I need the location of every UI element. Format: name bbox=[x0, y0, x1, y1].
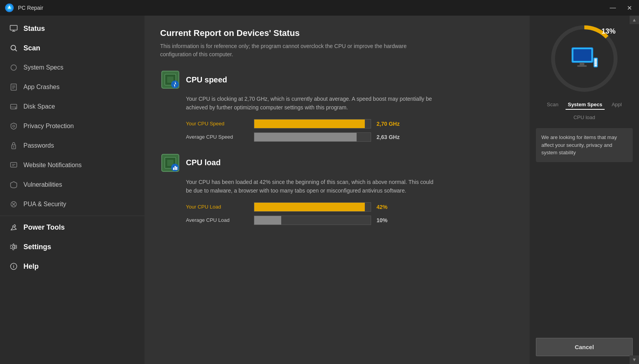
svg-rect-44 bbox=[580, 62, 584, 66]
cpu-speed-bar2-value: 2,63 GHz bbox=[377, 134, 404, 140]
panel-section-label: CPU load bbox=[536, 114, 633, 120]
svg-point-18 bbox=[13, 146, 14, 148]
cpu-load-bar1-row: Your CPU Load 42% bbox=[186, 202, 514, 212]
sidebar-label-power-tools: Power Tools bbox=[23, 223, 65, 232]
cpu-speed-description: Your CPU is clocking at 2,70 GHz, which … bbox=[160, 95, 434, 112]
cpu-load-header: CPU load bbox=[160, 153, 514, 173]
minimize-button[interactable]: — bbox=[607, 4, 618, 12]
cpu-speed-bars: Your CPU Speed 2,70 GHz Average CPU Spee… bbox=[160, 119, 514, 142]
sidebar-label-help: Help bbox=[23, 262, 39, 271]
power-tools-icon bbox=[9, 223, 18, 232]
page-subtitle: This information is for reference only; … bbox=[160, 42, 434, 59]
sidebar-label-notifications: Website Notifications bbox=[23, 162, 82, 169]
vulnerabilities-icon bbox=[9, 180, 18, 189]
sidebar-divider-1 bbox=[0, 216, 145, 216]
help-icon: i bbox=[9, 262, 18, 271]
cpu-load-bars: Your CPU Load 42% Average CPU Load 10% bbox=[160, 202, 514, 225]
scan-icon bbox=[9, 44, 18, 52]
cpu-load-bar2-label: Average CPU Load bbox=[186, 217, 248, 223]
cpu-load-bar1-label: Your CPU Load bbox=[186, 204, 248, 210]
cpu-speed-section: CPU speed Your CPU is clocking at 2,70 G… bbox=[160, 70, 514, 142]
window-controls: — ✕ bbox=[607, 4, 634, 12]
settings-icon bbox=[9, 243, 18, 251]
svg-rect-43 bbox=[573, 49, 591, 61]
sidebar-item-privacy-protection[interactable]: Privacy Protection bbox=[0, 116, 145, 136]
cpu-speed-title: CPU speed bbox=[186, 75, 227, 84]
sidebar-item-scan[interactable]: Scan bbox=[0, 38, 145, 58]
app-title: PC Repair bbox=[18, 5, 607, 11]
sidebar-label-scan: Scan bbox=[23, 44, 40, 52]
svg-point-8 bbox=[11, 65, 16, 70]
cpu-load-bar2-fill bbox=[254, 216, 281, 225]
monitor-icon bbox=[9, 24, 18, 33]
sidebar-item-website-notifications[interactable]: Website Notifications bbox=[0, 155, 145, 175]
sidebar: Status Scan System Specs App Crashes bbox=[0, 16, 145, 364]
app-logo bbox=[5, 3, 14, 12]
disk-space-icon bbox=[9, 102, 18, 111]
info-box: We are looking for items that may affect… bbox=[536, 128, 633, 162]
sidebar-label-privacy: Privacy Protection bbox=[23, 123, 74, 130]
sidebar-item-system-specs[interactable]: System Specs bbox=[0, 58, 145, 77]
page-title: Current Report on Devices' Status bbox=[160, 28, 514, 38]
computer-icon bbox=[570, 47, 598, 70]
panel-tab-appl[interactable]: Appl bbox=[609, 100, 624, 110]
gauge-container: 13% bbox=[549, 23, 619, 94]
scroll-down-arrow[interactable]: ▼ bbox=[630, 355, 639, 364]
privacy-icon bbox=[9, 122, 18, 130]
svg-line-7 bbox=[15, 50, 17, 52]
cpu-speed-bar2-track bbox=[254, 132, 371, 142]
cpu-load-bar2-row: Average CPU Load 10% bbox=[186, 216, 514, 225]
panel-tab-system-specs[interactable]: System Specs bbox=[566, 100, 605, 110]
sidebar-item-help[interactable]: i Help bbox=[0, 257, 145, 276]
panel-tab-scan[interactable]: Scan bbox=[544, 100, 561, 110]
system-specs-icon bbox=[9, 63, 18, 72]
sidebar-item-settings[interactable]: Settings bbox=[0, 237, 145, 257]
cpu-load-bar1-fill bbox=[254, 203, 365, 211]
sidebar-item-status[interactable]: Status bbox=[0, 19, 145, 38]
svg-point-16 bbox=[13, 125, 15, 127]
svg-rect-3 bbox=[10, 25, 17, 30]
svg-rect-37 bbox=[173, 168, 174, 170]
cpu-load-icon bbox=[160, 153, 180, 173]
cpu-speed-bar1-label: Your CPU Speed bbox=[186, 121, 248, 127]
svg-point-15 bbox=[15, 108, 16, 109]
cpu-speed-bar2-row: Average CPU Speed 2,63 GHz bbox=[186, 132, 514, 142]
gauge-percent: 13% bbox=[602, 27, 616, 36]
pua-icon bbox=[9, 200, 18, 209]
cpu-load-bar1-track bbox=[254, 202, 371, 212]
sidebar-item-vulnerabilities[interactable]: Vulnerabilities bbox=[0, 175, 145, 194]
gauge-center bbox=[570, 47, 598, 70]
svg-rect-45 bbox=[577, 65, 587, 67]
cpu-load-bar1-value: 42% bbox=[377, 204, 404, 210]
svg-point-6 bbox=[11, 45, 16, 50]
scroll-up-arrow[interactable]: ▲ bbox=[630, 16, 639, 24]
panel-tabs: Scan System Specs Appl bbox=[536, 100, 633, 110]
cpu-speed-bar2-label: Average CPU Speed bbox=[186, 134, 248, 140]
cancel-button[interactable]: Cancel bbox=[536, 338, 633, 356]
cpu-speed-bar2-fill bbox=[254, 133, 357, 141]
cpu-load-section: CPU load Your CPU has been loaded at 42%… bbox=[160, 153, 514, 225]
cpu-speed-icon bbox=[160, 70, 180, 90]
sidebar-label-status: Status bbox=[23, 25, 45, 33]
titlebar: PC Repair — ✕ bbox=[0, 0, 639, 16]
sidebar-item-app-crashes[interactable]: App Crashes bbox=[0, 77, 145, 97]
sidebar-label-app-crashes: App Crashes bbox=[23, 84, 60, 91]
content-scroll[interactable]: Current Report on Devices' Status This i… bbox=[145, 16, 530, 364]
sidebar-label-vulnerabilities: Vulnerabilities bbox=[23, 181, 62, 188]
sidebar-label-disk-space: Disk Space bbox=[23, 103, 55, 110]
passwords-icon bbox=[9, 141, 18, 150]
sidebar-item-disk-space[interactable]: Disk Space bbox=[0, 97, 145, 116]
svg-rect-39 bbox=[176, 167, 177, 170]
cpu-load-title: CPU load bbox=[186, 158, 221, 167]
cpu-speed-bar1-fill bbox=[254, 120, 365, 128]
sidebar-label-passwords: Passwords bbox=[23, 142, 54, 149]
cpu-load-bar2-track bbox=[254, 216, 371, 225]
sidebar-item-passwords[interactable]: Passwords bbox=[0, 136, 145, 155]
sidebar-item-power-tools[interactable]: Power Tools bbox=[0, 218, 145, 237]
notifications-icon bbox=[9, 161, 18, 170]
sidebar-item-pua-security[interactable]: PUA & Security bbox=[0, 194, 145, 214]
close-button[interactable]: ✕ bbox=[625, 4, 634, 12]
main-layout: Status Scan System Specs App Crashes bbox=[0, 16, 639, 364]
app-crashes-icon bbox=[9, 83, 18, 91]
svg-text:i: i bbox=[13, 264, 14, 269]
